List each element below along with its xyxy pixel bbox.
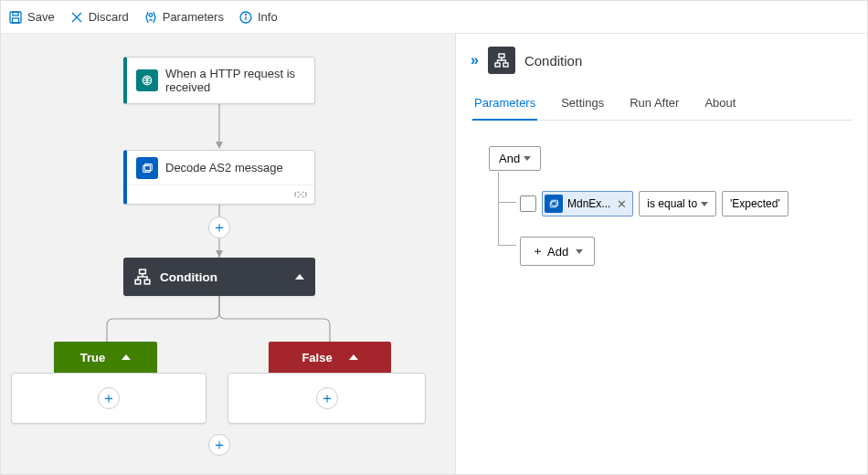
add-step-end-button[interactable]: ＋ <box>208 434 230 456</box>
save-icon <box>8 10 23 25</box>
add-step-button[interactable]: ＋ <box>208 216 230 238</box>
info-button[interactable]: Info <box>238 10 278 25</box>
chevron-down-icon <box>576 249 583 254</box>
tree-line <box>498 245 516 246</box>
token-source-icon <box>545 195 563 213</box>
svg-rect-18 <box>135 280 141 284</box>
tab-parameters[interactable]: Parameters <box>472 90 537 121</box>
info-label: Info <box>258 10 278 24</box>
svg-rect-19 <box>144 280 150 284</box>
false-branch-body[interactable]: ＋ <box>228 373 426 424</box>
as2-icon <box>136 157 158 179</box>
add-row-button[interactable]: ＋ Add <box>520 237 595 266</box>
close-icon <box>69 10 84 25</box>
designer-canvas[interactable]: When a HTTP request is received Decode A… <box>1 34 456 475</box>
true-branch-header[interactable]: True <box>54 342 157 373</box>
token-remove-button[interactable]: ✕ <box>615 197 629 211</box>
action-node-decode-as2[interactable]: Decode AS2 message <box>123 150 315 205</box>
tab-run-after[interactable]: Run After <box>628 90 681 120</box>
comparison-operator-select[interactable]: is equal to <box>639 191 716 216</box>
svg-point-5 <box>149 13 153 16</box>
logic-operator-select[interactable]: And <box>489 146 541 171</box>
panel-title: Condition <box>524 53 582 69</box>
svg-rect-21 <box>495 63 500 67</box>
save-label: Save <box>27 10 55 24</box>
svg-rect-20 <box>499 54 504 58</box>
condition-icon <box>488 47 515 74</box>
true-branch-body[interactable]: ＋ <box>11 373 206 424</box>
tab-settings[interactable]: Settings <box>559 90 606 120</box>
trigger-label: When a HTTP request is received <box>165 67 305 94</box>
chevron-up-icon[interactable] <box>295 274 304 280</box>
tree-line <box>498 172 520 245</box>
plus-icon: ＋ <box>532 243 544 259</box>
condition-icon <box>134 269 151 285</box>
svg-rect-22 <box>503 63 508 67</box>
decode-label: Decode AS2 message <box>165 161 283 174</box>
condition-label: Condition <box>160 270 286 284</box>
toolbar: Save Discard Parameters Info <box>1 1 867 34</box>
false-branch-header[interactable]: False <box>269 342 391 373</box>
chevron-up-icon[interactable] <box>349 354 358 360</box>
svg-point-9 <box>245 14 246 15</box>
svg-marker-13 <box>216 250 223 258</box>
tab-about[interactable]: About <box>703 90 737 120</box>
http-icon <box>136 69 158 91</box>
link-icon <box>294 190 307 199</box>
svg-rect-16 <box>144 164 152 170</box>
svg-rect-23 <box>550 202 556 207</box>
info-icon <box>238 10 253 25</box>
svg-rect-1 <box>13 12 18 16</box>
add-label: Add <box>547 245 568 259</box>
parameters-label: Parameters <box>163 10 224 24</box>
chevron-down-icon <box>524 156 531 161</box>
save-button[interactable]: Save <box>8 10 55 25</box>
row-checkbox[interactable] <box>520 195 536 212</box>
condition-node[interactable]: Condition <box>123 258 315 296</box>
details-panel: » Condition Parameters Settings Run Afte… <box>456 34 867 475</box>
discard-label: Discard <box>89 10 129 24</box>
token-text: MdnEx... <box>567 197 610 210</box>
svg-rect-0 <box>10 12 21 23</box>
value-input[interactable]: 'Expected' <box>722 191 789 216</box>
panel-tabs: Parameters Settings Run After About <box>471 90 852 121</box>
operand-token[interactable]: MdnEx... ✕ <box>542 191 633 216</box>
condition-builder: And MdnEx... ✕ is equal to 'Expected <box>471 146 852 266</box>
parameters-button[interactable]: Parameters <box>143 10 224 25</box>
svg-rect-15 <box>143 165 151 172</box>
true-label: True <box>80 351 105 364</box>
operator-label: is equal to <box>647 197 697 210</box>
chevron-up-icon[interactable] <box>122 354 131 360</box>
tree-line <box>498 202 516 203</box>
logic-operator-label: And <box>499 152 520 165</box>
add-action-true-button[interactable]: ＋ <box>98 387 120 409</box>
collapse-panel-icon[interactable]: » <box>471 52 479 69</box>
value-text: 'Expected' <box>730 197 780 210</box>
add-action-false-button[interactable]: ＋ <box>316 387 338 409</box>
chevron-down-icon <box>701 202 708 206</box>
svg-rect-24 <box>552 200 558 206</box>
false-label: False <box>302 351 332 364</box>
svg-rect-2 <box>13 18 19 23</box>
svg-marker-11 <box>216 142 223 149</box>
svg-rect-17 <box>140 269 146 274</box>
parameters-icon <box>143 10 158 25</box>
discard-button[interactable]: Discard <box>69 10 129 25</box>
trigger-node-http[interactable]: When a HTTP request is received <box>123 57 315 104</box>
